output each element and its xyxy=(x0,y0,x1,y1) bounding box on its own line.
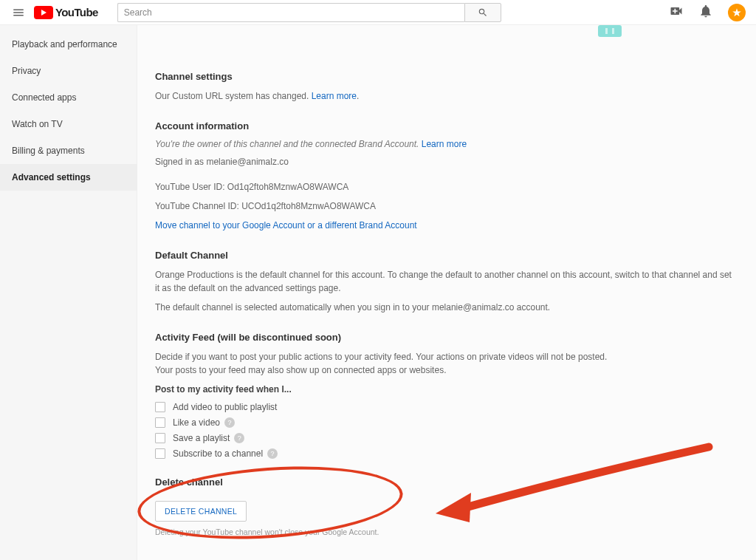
delete-channel-button[interactable]: DELETE CHANNEL xyxy=(155,501,247,522)
default-channel-body2: The default channel is selected automati… xyxy=(155,301,738,314)
checkbox-icon[interactable] xyxy=(155,417,165,428)
channel-settings-body: Our Custom URL system has changed. xyxy=(155,91,312,101)
sidebar-item-billing[interactable]: Billing & payments xyxy=(0,137,137,164)
section-activity-feed: Activity Feed (will be discontinued soon… xyxy=(155,332,738,459)
notifications-icon[interactable] xyxy=(698,4,713,21)
activity-feed-title: Activity Feed (will be discontinued soon… xyxy=(155,332,738,343)
channel-settings-title: Channel settings xyxy=(155,71,738,82)
account-owner-line: You're the owner of this channel and the… xyxy=(155,139,422,149)
checkbox-icon[interactable] xyxy=(155,402,165,412)
activity-feed-body: Decide if you want to post your public a… xyxy=(155,350,613,377)
user-id-value: Od1q2ftoh8MznwAO8WAWCA xyxy=(227,182,349,192)
sidebar-item-advanced-settings[interactable]: Advanced settings xyxy=(0,164,137,191)
help-icon[interactable]: ? xyxy=(267,448,278,459)
checkbox-icon[interactable] xyxy=(155,433,165,443)
signed-in-as: Signed in as melanie@animalz.co xyxy=(155,155,738,168)
checkbox-icon[interactable] xyxy=(155,448,165,459)
default-channel-body1: Orange Productions is the default channe… xyxy=(155,268,738,295)
checkbox-save-playlist[interactable]: Save a playlist ? xyxy=(155,433,738,443)
checkbox-like-video[interactable]: Like a video ? xyxy=(155,417,738,428)
create-video-icon[interactable] xyxy=(669,4,684,21)
checkbox-add-video[interactable]: Add video to public playlist xyxy=(155,402,738,412)
checkbox-label: Save a playlist xyxy=(173,433,230,443)
search-button[interactable] xyxy=(464,3,501,22)
delete-channel-note: Deleting your YouTube channel won't clos… xyxy=(155,527,738,536)
help-icon[interactable]: ? xyxy=(224,417,235,428)
section-default-channel: Default Channel Orange Productions is th… xyxy=(155,250,738,314)
activity-feed-post-title: Post to my activity feed when I... xyxy=(155,384,738,395)
move-channel-link[interactable]: Move channel to your Google Account or a… xyxy=(155,220,417,231)
channel-id-value: UCOd1q2ftoh8MznwAO8WAWCA xyxy=(241,201,376,211)
section-account-info: Account information You're the owner of … xyxy=(155,120,738,232)
checkbox-label: Add video to public playlist xyxy=(173,402,277,412)
youtube-play-icon xyxy=(34,6,53,19)
default-channel-title: Default Channel xyxy=(155,250,738,261)
channel-settings-learn-more[interactable]: Learn more xyxy=(312,91,357,101)
search-form xyxy=(117,3,501,22)
top-bar: YouTube xyxy=(0,0,756,25)
checkbox-label: Subscribe to a channel xyxy=(173,448,263,459)
main-content: Channel settings Our Custom URL system h… xyxy=(137,25,756,560)
youtube-logo[interactable]: YouTube xyxy=(34,6,98,19)
sidebar-item-playback[interactable]: Playback and performance xyxy=(0,31,137,58)
section-channel-settings: Channel settings Our Custom URL system h… xyxy=(155,71,738,103)
sidebar-item-privacy[interactable]: Privacy xyxy=(0,58,137,84)
account-owner-learn-more[interactable]: Learn more xyxy=(422,139,467,149)
search-icon xyxy=(478,7,488,18)
delete-channel-title: Delete channel xyxy=(155,477,738,488)
checkbox-subscribe[interactable]: Subscribe to a channel ? xyxy=(155,448,738,459)
help-icon[interactable]: ? xyxy=(234,433,244,443)
account-info-title: Account information xyxy=(155,120,738,132)
section-delete-channel: Delete channel DELETE CHANNEL Deleting y… xyxy=(155,477,738,559)
floating-chip xyxy=(598,25,622,37)
menu-icon[interactable] xyxy=(10,4,27,21)
logo-text: YouTube xyxy=(55,6,98,18)
search-input[interactable] xyxy=(117,3,464,22)
checkbox-label: Like a video xyxy=(173,417,220,428)
sidebar-item-watch-on-tv[interactable]: Watch on TV xyxy=(0,111,137,137)
settings-sidebar: Playback and performance Privacy Connect… xyxy=(0,25,137,560)
avatar[interactable] xyxy=(728,4,746,21)
sidebar-item-connected-apps[interactable]: Connected apps xyxy=(0,84,137,111)
user-id-label: YouTube User ID: xyxy=(155,182,227,192)
channel-id-label: YouTube Channel ID: xyxy=(155,201,241,211)
